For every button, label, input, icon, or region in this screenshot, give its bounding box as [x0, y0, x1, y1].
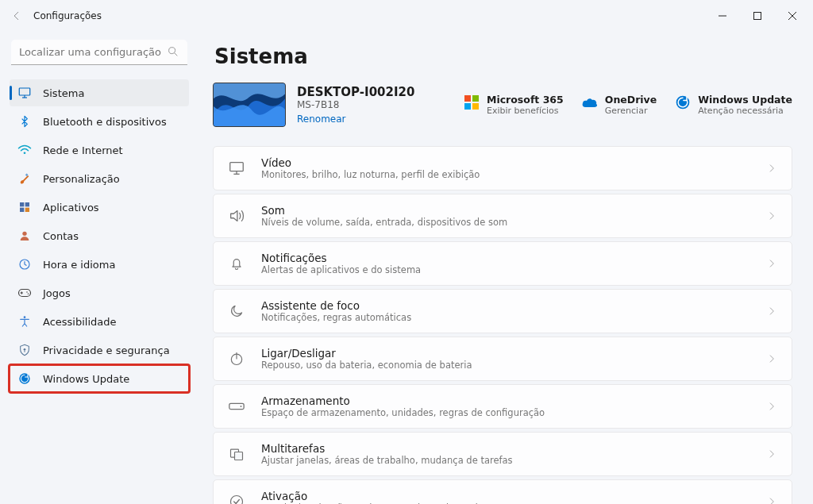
setting-title: Multitarefas	[261, 442, 750, 455]
svg-point-13	[22, 232, 26, 236]
bluetooth-icon	[17, 114, 32, 129]
m365-icon	[463, 94, 480, 111]
close-button[interactable]	[775, 4, 810, 28]
sidebar-item-clock[interactable]: Hora e idioma	[10, 251, 189, 278]
setting-title: Som	[261, 204, 750, 217]
page-title: Sistema	[214, 44, 792, 68]
rename-link[interactable]: Renomear	[297, 113, 346, 125]
device-model: MS-7B18	[297, 99, 414, 110]
setting-text: Assistente de focoNotificações, regras a…	[261, 299, 750, 323]
sidebar-item-label: Sistema	[43, 87, 84, 99]
device-thumbnail	[213, 83, 286, 127]
setting-subtitle: Notificações, regras automáticas	[261, 312, 750, 323]
sidebar-item-update[interactable]: Windows Update	[10, 365, 189, 392]
sidebar-item-label: Rede e Internet	[43, 144, 123, 156]
back-button[interactable]	[3, 2, 30, 29]
sidebar-item-privacy[interactable]: Privacidade e segurança	[10, 337, 189, 364]
sidebar-item-accessibility[interactable]: Acessibilidade	[10, 308, 189, 335]
svg-point-36	[241, 406, 242, 407]
setting-title: Assistente de foco	[261, 299, 750, 312]
sidebar-item-apps[interactable]: Aplicativos	[10, 194, 189, 221]
setting-row-storage[interactable]: ArmazenamentoEspaço de armazenamento, un…	[213, 384, 792, 429]
search-box[interactable]	[11, 40, 187, 65]
titlebar: Configurações	[0, 0, 813, 32]
svg-rect-12	[25, 208, 29, 212]
sound-icon	[228, 207, 245, 225]
nav-list: SistemaBluetooth e dispositivosRede e In…	[6, 79, 192, 392]
sidebar-item-games[interactable]: Jogos	[10, 279, 189, 306]
brush-icon	[17, 171, 32, 186]
onedrive-icon	[581, 94, 599, 111]
sidebar-item-label: Windows Update	[43, 373, 129, 385]
setting-subtitle: Repouso, uso da bateria, economia de bat…	[261, 360, 750, 371]
clock-icon	[17, 257, 32, 271]
sidebar-item-label: Jogos	[43, 287, 71, 299]
setting-row-power[interactable]: Ligar/DesligarRepouso, uso da bateria, e…	[213, 337, 792, 381]
svg-rect-1	[754, 13, 761, 20]
status-sub: Gerenciar	[605, 106, 657, 116]
chevron-right-icon	[766, 306, 777, 317]
display-icon	[228, 160, 245, 177]
svg-rect-27	[464, 103, 471, 110]
sidebar-item-system[interactable]: Sistema	[10, 79, 189, 106]
svg-rect-9	[20, 202, 24, 206]
device-name: DESKTOP-I002I20	[297, 85, 414, 99]
setting-text: NotificaçõesAlertas de aplicativos e do …	[261, 252, 750, 275]
minimize-button[interactable]	[705, 4, 740, 28]
svg-line-3	[175, 53, 177, 56]
sidebar-item-label: Personalização	[43, 173, 120, 185]
svg-rect-10	[25, 202, 29, 206]
chevron-right-icon	[766, 258, 777, 269]
svg-point-20	[24, 316, 26, 318]
sidebar-item-label: Privacidade e segurança	[43, 344, 170, 356]
chevron-right-icon	[766, 353, 777, 364]
status-onedrive[interactable]: OneDrive Gerenciar	[581, 94, 657, 116]
status-sub: Atenção necessária	[698, 106, 792, 116]
moon-icon	[228, 302, 245, 320]
setting-row-display[interactable]: VídeoMonitores, brilho, luz noturna, per…	[213, 146, 792, 190]
main-content: Sistema DESKTOP-I002I20 MS-7B18 Renomear	[198, 32, 813, 504]
setting-subtitle: Níveis de volume, saída, entrada, dispos…	[261, 217, 750, 228]
sidebar-item-label: Contas	[43, 230, 79, 242]
power-icon	[228, 350, 245, 367]
storage-icon	[228, 398, 245, 415]
setting-row-activation[interactable]: AtivaçãoEstado de ativação, assinaturas,…	[213, 479, 792, 504]
account-icon	[17, 229, 32, 243]
svg-point-21	[24, 348, 26, 351]
setting-title: Vídeo	[261, 156, 750, 169]
svg-rect-25	[464, 95, 471, 102]
svg-point-2	[169, 48, 175, 54]
setting-text: ArmazenamentoEspaço de armazenamento, un…	[261, 394, 750, 418]
update-icon	[674, 94, 692, 111]
multitask-icon	[228, 445, 245, 463]
status-sub: Exibir benefícios	[487, 106, 564, 116]
setting-title: Ligar/Desligar	[261, 347, 750, 360]
setting-title: Notificações	[261, 252, 750, 264]
svg-rect-38	[235, 452, 243, 460]
apps-icon	[17, 200, 32, 214]
maximize-button[interactable]	[740, 4, 775, 28]
device-info: DESKTOP-I002I20 MS-7B18 Renomear	[297, 85, 414, 125]
search-icon	[167, 45, 179, 58]
chevron-right-icon	[766, 401, 777, 412]
sidebar-item-wifi[interactable]: Rede e Internet	[10, 137, 189, 164]
svg-rect-30	[230, 163, 244, 171]
sidebar-item-bluetooth[interactable]: Bluetooth e dispositivos	[10, 108, 189, 135]
device-row: DESKTOP-I002I20 MS-7B18 Renomear Microso…	[213, 83, 792, 127]
chevron-right-icon	[766, 448, 777, 460]
status-update[interactable]: Windows Update Atenção necessária	[674, 94, 792, 116]
setting-row-sound[interactable]: SomNíveis de volume, saída, entrada, dis…	[213, 194, 792, 238]
sidebar-item-brush[interactable]: Personalização	[10, 165, 189, 192]
setting-text: AtivaçãoEstado de ativação, assinaturas,…	[261, 490, 750, 504]
setting-title: Ativação	[261, 490, 750, 502]
sidebar-item-account[interactable]: Contas	[10, 222, 189, 249]
wifi-icon	[17, 143, 32, 157]
sidebar-item-label: Hora e idioma	[43, 259, 115, 271]
setting-row-multitask[interactable]: MultitarefasAjustar janelas, áreas de tr…	[213, 432, 792, 476]
search-input[interactable]	[11, 40, 187, 65]
setting-row-moon[interactable]: Assistente de focoNotificações, regras a…	[213, 289, 792, 333]
status-m365[interactable]: Microsoft 365 Exibir benefícios	[463, 94, 564, 116]
svg-rect-4	[19, 88, 30, 95]
setting-row-bell[interactable]: NotificaçõesAlertas de aplicativos e do …	[213, 241, 792, 286]
sidebar-item-label: Acessibilidade	[43, 316, 117, 328]
